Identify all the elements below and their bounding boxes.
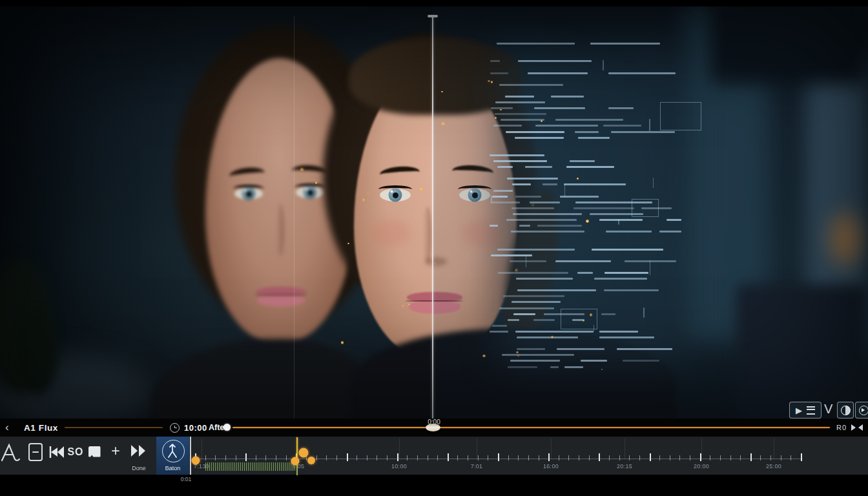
back-icon: ‹: [5, 421, 9, 433]
scrubber-track-inactive[interactable]: [65, 427, 163, 428]
ruler-tick: [589, 455, 590, 460]
clock-icon: [170, 423, 180, 433]
ruler-tick: [377, 455, 377, 460]
ruler-tick: [478, 455, 479, 460]
keyframe-dot[interactable]: [291, 457, 300, 466]
ruler-gridline: [399, 439, 400, 459]
ruler-gridline: [477, 439, 477, 459]
ruler-time-label: 25:00: [766, 463, 781, 470]
ruler-tick: [730, 455, 731, 460]
ruler-tick: [448, 453, 449, 461]
ruler-tick: [750, 453, 752, 461]
ruler-tick: [316, 455, 317, 460]
ruler-tick: [387, 455, 388, 460]
keyframe-dot[interactable]: [307, 457, 315, 464]
ruler-tick: [468, 455, 468, 460]
ruler-tick: [670, 455, 670, 460]
ruler-tick: [781, 455, 781, 460]
ruler-tick: [801, 453, 802, 461]
ruler-tick: [679, 455, 680, 460]
ruler-tick: [407, 455, 408, 460]
ruler-tick: [215, 455, 216, 460]
ruler-tick: [428, 455, 428, 460]
project-title: A1 Flux: [24, 423, 58, 433]
ruler-tick: [356, 455, 357, 460]
ruler-gridline: [625, 439, 625, 459]
back-button[interactable]: ‹: [5, 422, 9, 433]
sync-button[interactable]: [855, 402, 868, 418]
ruler-tick: [245, 453, 247, 461]
ruler-tick: [770, 455, 771, 460]
ruler-tick: [659, 455, 660, 460]
scrubber-knob[interactable]: [426, 424, 440, 431]
after-toggle[interactable]: [223, 424, 231, 431]
ruler-tick: [265, 455, 266, 460]
ruler-tick: [740, 455, 741, 460]
ruler-tick: [225, 455, 226, 460]
ruler-tick: [690, 455, 690, 460]
ruler-gridline: [701, 439, 702, 459]
sync-icon: [859, 406, 868, 415]
play-icon[interactable]: ▶: [796, 406, 802, 415]
ruler-tick: [508, 455, 509, 460]
ruler-tick: [498, 453, 499, 461]
ruler-tick: [629, 455, 630, 460]
ruler-tick: [599, 453, 600, 461]
keyframe-dot[interactable]: [299, 448, 309, 458]
keyframe-dot[interactable]: [192, 457, 200, 465]
ruler-tick: [539, 455, 539, 460]
duration-readout: 10:00: [184, 423, 207, 433]
ruler-tick: [518, 455, 519, 460]
ruler-tick: [347, 453, 348, 461]
ruler-tick: [559, 455, 559, 460]
contrast-button[interactable]: [837, 402, 854, 418]
chevron-down-icon[interactable]: V: [824, 402, 832, 417]
ruler-time-label: 16:00: [543, 463, 559, 470]
ruler-tick: [609, 455, 610, 460]
app-window: ▶ V ‹ A1 Flux 10:00 After 0:00 R0: [0, 0, 868, 496]
ruler-time-label: 20:00: [694, 463, 709, 470]
ruler-tick: [367, 455, 367, 460]
scrubber-track-active[interactable]: [232, 427, 830, 428]
ruler-tick: [256, 455, 256, 460]
ruler-tick: [205, 455, 206, 460]
ruler-time-label: 7:01: [471, 463, 483, 470]
collapse-icon[interactable]: [851, 424, 863, 431]
ruler-tick: [619, 455, 620, 460]
ruler-tick: [276, 455, 276, 460]
timeline-start-time: 0:01: [173, 476, 199, 482]
transport-bar: ‹ A1 Flux 10:00 After 0:00 R0: [0, 418, 868, 437]
timeline-ruler[interactable]: 7.1305:0510:007:0116:0020:1520:0025:00: [0, 437, 868, 475]
ruler-baseline: [195, 459, 801, 459]
end-readout: R0: [836, 424, 847, 431]
ruler-tick: [760, 455, 761, 460]
ruler-tick: [286, 455, 287, 460]
menu-icon[interactable]: [807, 406, 815, 415]
playlist-button-group[interactable]: ▶: [789, 402, 822, 418]
vignette: [0, 6, 868, 418]
contrast-icon: [841, 406, 851, 415]
ruler-time-label: 20:15: [617, 463, 632, 470]
ruler-time-label: 10:00: [391, 463, 407, 470]
ruler-tick: [236, 455, 236, 460]
ruler-tick: [639, 455, 640, 460]
ruler-gridline: [551, 439, 552, 459]
ruler-tick: [568, 455, 569, 460]
ruler-tick: [437, 455, 438, 460]
ruler-tick: [397, 453, 398, 461]
timeline-bar: SO + Done Baton 7.1305:0510:007:0116:002…: [0, 437, 868, 475]
ruler-tick: [710, 455, 710, 460]
ruler-tick: [417, 455, 418, 460]
ruler-tick: [579, 455, 579, 460]
ruler-tick: [488, 455, 488, 460]
ruler-tick: [650, 453, 651, 461]
ruler-tick: [336, 455, 337, 460]
ruler-tick: [528, 455, 529, 460]
ruler-tick: [457, 455, 458, 460]
video-preview-canvas[interactable]: ▶ V: [0, 6, 868, 418]
ruler-tick: [548, 453, 550, 461]
ruler-tick: [790, 455, 791, 460]
ruler-gridline: [298, 439, 299, 459]
ruler-tick: [720, 455, 721, 460]
ruler-gridline: [774, 439, 774, 459]
